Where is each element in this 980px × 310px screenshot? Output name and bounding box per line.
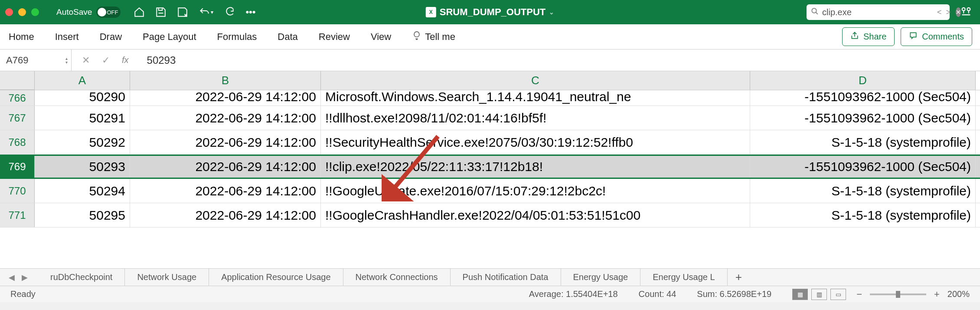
table-row[interactable]: 767 50291 2022-06-29 14:12:00 !!dllhost.… <box>0 106 980 130</box>
sheet-tab[interactable]: Network Connections <box>343 269 451 286</box>
sheet-tab[interactable]: Energy Usage <box>561 269 641 286</box>
search-prev[interactable]: < <box>935 8 944 17</box>
home-icon[interactable] <box>134 7 145 18</box>
row-header[interactable]: 770 <box>0 179 35 203</box>
tab-review[interactable]: Review <box>319 31 350 43</box>
save-icon[interactable] <box>155 7 167 18</box>
cell[interactable]: 50291 <box>35 106 130 130</box>
select-all-corner[interactable] <box>0 71 35 90</box>
window-controls <box>5 8 39 16</box>
cell[interactable]: 2022-06-29 14:12:00 <box>130 90 321 106</box>
more-icon[interactable]: ••• <box>245 7 255 18</box>
cell[interactable]: !!SecurityHealthService.exe!2075/03/30:1… <box>321 130 750 154</box>
row-header[interactable]: 769 <box>0 156 35 178</box>
cell[interactable]: 2022-06-29 14:12:00 <box>130 156 321 178</box>
share-icon <box>850 31 859 42</box>
sheet-tab[interactable]: Network Usage <box>125 269 209 286</box>
table-row[interactable]: 770 50294 2022-06-29 14:12:00 !!GoogleUp… <box>0 179 980 203</box>
col-header-a[interactable]: A <box>35 71 130 90</box>
autosave-toggle[interactable]: AutoSave OFF <box>56 7 121 18</box>
svg-point-0 <box>812 8 817 13</box>
zoom-out[interactable]: − <box>856 289 862 300</box>
table-row[interactable]: 766 50290 2022-06-29 14:12:00 Microsoft.… <box>0 90 980 106</box>
cell[interactable]: 50293 <box>35 156 130 178</box>
col-header-b[interactable]: B <box>130 71 321 90</box>
search-next[interactable]: > <box>944 8 953 17</box>
formula-input[interactable]: 50293 <box>139 54 980 66</box>
document-title[interactable]: X SRUM_DUMP_OUTPUT ⌄ <box>426 7 554 18</box>
status-bar: Ready Average: 1.55404E+18 Count: 44 Sum… <box>0 286 980 302</box>
cell[interactable]: !!GoogleCrashHandler.exe!2022/04/05:01:5… <box>321 203 750 227</box>
cell[interactable]: S-1-5-18 (systemprofile) <box>750 203 976 227</box>
cell[interactable]: S-1-5-18 (systemprofile) <box>750 130 976 154</box>
cell[interactable]: 2022-06-29 14:12:00 <box>130 179 321 203</box>
cell[interactable]: !!dllhost.exe!2098/11/02:01:44:16!bf5f! <box>321 106 750 130</box>
ribbon: Home Insert Draw Page Layout Formulas Da… <box>0 24 980 49</box>
sheet-tab[interactable]: ruDbCheckpoint <box>38 269 125 286</box>
cell[interactable]: 50290 <box>35 90 130 106</box>
table-row[interactable]: 771 50295 2022-06-29 14:12:00 !!GoogleCr… <box>0 203 980 228</box>
cell[interactable]: Microsoft.Windows.Search_1.14.4.19041_ne… <box>321 90 750 106</box>
tab-home[interactable]: Home <box>9 31 34 43</box>
comments-button[interactable]: Comments <box>901 27 972 46</box>
col-header-c[interactable]: C <box>321 71 750 90</box>
share-button[interactable]: Share <box>842 27 895 46</box>
sheet-tab[interactable]: Application Resource Usage <box>209 269 343 286</box>
cell[interactable]: -1551093962-1000 (Sec504) <box>750 156 976 178</box>
maximize-window[interactable] <box>31 8 39 16</box>
search-box[interactable]: < > ✕ <box>807 4 950 20</box>
cell[interactable]: S-1-5-18 (systemprofile) <box>750 179 976 203</box>
status-average: Average: 1.55404E+18 <box>529 289 618 299</box>
cancel-formula[interactable]: ✕ <box>82 55 90 66</box>
name-box[interactable]: A769 ▴▾ <box>0 49 72 71</box>
table-row[interactable]: 768 50292 2022-06-29 14:12:00 !!Security… <box>0 130 980 155</box>
search-icon <box>811 7 819 17</box>
zoom-in[interactable]: + <box>934 289 940 300</box>
tab-scroll-right[interactable]: ▶ <box>22 273 28 282</box>
tell-me[interactable]: Tell me <box>412 31 455 43</box>
tab-view[interactable]: View <box>371 31 391 43</box>
cell[interactable]: 2022-06-29 14:12:00 <box>130 203 321 227</box>
col-header-d[interactable]: D <box>750 71 976 90</box>
minimize-window[interactable] <box>18 8 26 16</box>
row-header[interactable]: 766 <box>0 90 35 106</box>
bulb-icon <box>412 31 421 43</box>
ribbon-options-icon[interactable] <box>960 5 972 19</box>
row-header[interactable]: 767 <box>0 106 35 130</box>
close-window[interactable] <box>5 8 13 16</box>
view-page-break[interactable]: ▭ <box>830 289 846 300</box>
redo-icon[interactable] <box>224 7 235 18</box>
accept-formula[interactable]: ✓ <box>102 55 110 66</box>
tab-insert[interactable]: Insert <box>55 31 79 43</box>
spreadsheet-grid[interactable]: A B C D 766 50290 2022-06-29 14:12:00 Mi… <box>0 71 980 268</box>
sheet-tab[interactable]: Push Notification Data <box>451 269 561 286</box>
sheet-tab[interactable]: Energy Usage L <box>640 269 727 286</box>
undo-icon[interactable]: ▾ <box>199 7 213 18</box>
name-box-stepper[interactable]: ▴▾ <box>65 56 68 64</box>
table-row[interactable]: 769 50293 2022-06-29 14:12:00 !!clip.exe… <box>0 155 980 179</box>
search-input[interactable] <box>822 7 932 17</box>
row-header[interactable]: 771 <box>0 203 35 227</box>
tab-data[interactable]: Data <box>278 31 297 43</box>
fx-label[interactable]: fx <box>122 55 129 65</box>
view-normal[interactable]: ▦ <box>792 289 808 300</box>
cell[interactable]: 50294 <box>35 179 130 203</box>
cell[interactable]: -1551093962-1000 (Sec504) <box>750 106 976 130</box>
cell[interactable]: 50292 <box>35 130 130 154</box>
tab-page-layout[interactable]: Page Layout <box>143 31 196 43</box>
view-page-layout[interactable]: ▥ <box>811 289 827 300</box>
tab-scroll-left[interactable]: ◀ <box>9 273 15 282</box>
tab-formulas[interactable]: Formulas <box>217 31 257 43</box>
cell[interactable]: 2022-06-29 14:12:00 <box>130 106 321 130</box>
cell[interactable]: 50295 <box>35 203 130 227</box>
row-header[interactable]: 768 <box>0 130 35 154</box>
cell[interactable]: -1551093962-1000 (Sec504) <box>750 90 976 106</box>
zoom-slider[interactable] <box>870 294 926 295</box>
title-bar: AutoSave OFF ▾ ••• X SRUM_DUMP_OUTPUT ⌄ … <box>0 0 980 24</box>
cell[interactable]: !!GoogleUpdate.exe!2016/07/15:07:29:12!2… <box>321 179 750 203</box>
save-as-icon[interactable] <box>177 7 188 18</box>
add-sheet[interactable]: + <box>728 270 750 284</box>
cell[interactable]: !!clip.exe!2022/05/22:11:33:17!12b18! <box>321 156 750 178</box>
cell[interactable]: 2022-06-29 14:12:00 <box>130 130 321 154</box>
tab-draw[interactable]: Draw <box>100 31 122 43</box>
